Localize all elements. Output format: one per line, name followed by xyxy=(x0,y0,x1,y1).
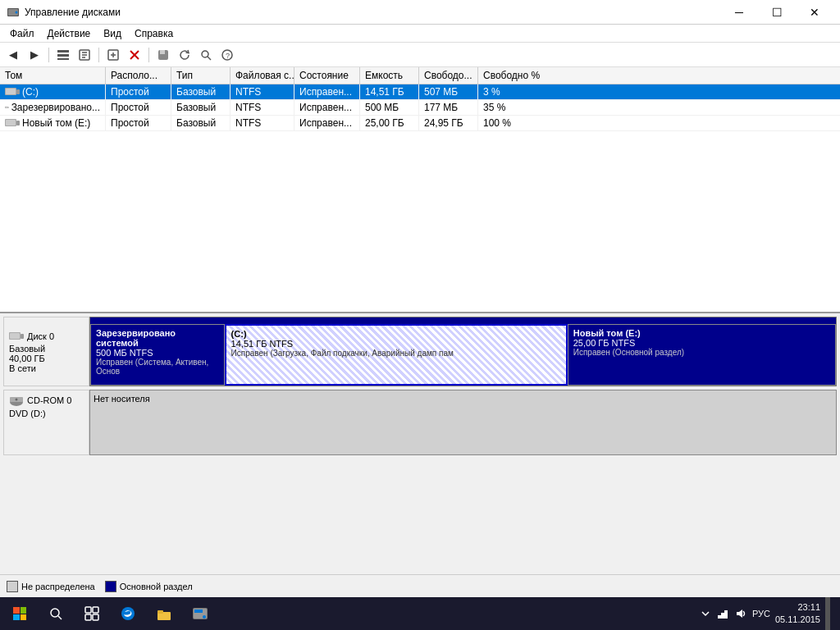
toolbar-btn-7[interactable] xyxy=(175,45,194,65)
diskmgmt-taskbar-icon xyxy=(192,605,208,622)
legend-main-box xyxy=(105,581,116,592)
svg-rect-53 xyxy=(825,597,830,630)
forward-button[interactable]: ▶ xyxy=(25,45,44,65)
svg-point-42 xyxy=(121,607,135,620)
partition-reserved[interactable]: Зарезервировано системой 500 МБ NTFS Исп… xyxy=(90,324,225,386)
table-row[interactable]: Новый том (E:) Простой Базовый NTFS Испр… xyxy=(0,116,840,131)
svg-rect-3 xyxy=(57,50,69,52)
explorer-button[interactable] xyxy=(148,597,180,630)
partition-e[interactable]: Новый том (E:) 25,00 ГБ NTFS Исправен (О… xyxy=(568,324,836,386)
svg-rect-23 xyxy=(16,89,20,94)
table-row[interactable]: Зарезервировано... Простой Базовый NTFS … xyxy=(0,100,840,116)
windows-logo xyxy=(13,607,26,620)
back-icon: ◀ xyxy=(9,48,17,61)
cell-raspo-0: Простой xyxy=(106,84,171,99)
clock-date: 05.11.2015 xyxy=(775,614,820,626)
toolbar-btn-4[interactable] xyxy=(75,45,94,65)
partition-c[interactable]: (C:) 14,51 ГБ NTFS Исправен (Загрузка, Ф… xyxy=(225,324,568,386)
toolbar-separator-3 xyxy=(148,48,149,62)
col-header-fs[interactable]: Файловая с... xyxy=(231,67,294,84)
col-header-raspo[interactable]: Располо... xyxy=(106,67,171,84)
cdrom-0-content[interactable]: Нет носителя xyxy=(89,390,837,455)
col-header-tom[interactable]: Том xyxy=(0,67,106,84)
svg-rect-5 xyxy=(57,58,69,60)
disk-0-partitions: Зарезервировано системой 500 МБ NTFS Исп… xyxy=(89,317,837,386)
search-taskbar-button[interactable] xyxy=(39,597,72,630)
minimize-button[interactable]: ─ xyxy=(720,0,758,25)
svg-rect-41 xyxy=(93,614,98,620)
cell-freep-2: 100 % xyxy=(478,116,840,130)
svg-point-17 xyxy=(202,51,208,57)
toolbar-btn-search[interactable] xyxy=(196,45,216,65)
cell-fs-1: NTFS xyxy=(231,100,294,115)
part-reserved-size: 500 МБ NTFS xyxy=(96,348,219,358)
table-row[interactable]: (C:) Простой Базовый NTFS Исправен... 14… xyxy=(0,84,840,100)
network-icon[interactable] xyxy=(716,607,729,620)
refresh-icon xyxy=(178,48,191,62)
toolbar-btn-5[interactable] xyxy=(103,45,123,65)
cell-free-2: 24,95 ГБ xyxy=(419,116,478,130)
cell-raspo-1: Простой xyxy=(106,100,171,115)
forward-icon: ▶ xyxy=(30,48,39,61)
taskbar: РУС 23:11 05.11.2015 xyxy=(0,597,840,630)
volume-icon[interactable] xyxy=(734,607,747,620)
toolbar-btn-6[interactable] xyxy=(153,45,173,65)
back-button[interactable]: ◀ xyxy=(3,45,23,65)
drive-reserved-icon xyxy=(5,102,9,113)
part-reserved-state: Исправен (Система, Активен, Основ xyxy=(96,358,219,376)
close-button[interactable]: ✕ xyxy=(796,0,833,25)
toolbar-btn-help[interactable]: ? xyxy=(217,45,237,65)
start-button[interactable] xyxy=(3,597,36,630)
task-view-button[interactable] xyxy=(75,597,108,630)
cell-emk-1: 500 МБ xyxy=(360,100,419,115)
cdrom-0-name: CD-ROM 0 xyxy=(27,395,71,405)
svg-rect-44 xyxy=(158,610,163,614)
menu-file[interactable]: Файл xyxy=(3,26,41,41)
svg-rect-22 xyxy=(6,89,16,94)
maximize-button[interactable]: ☐ xyxy=(758,0,796,25)
svg-rect-51 xyxy=(724,610,728,619)
disk-0-row: Диск 0 Базовый 40,00 ГБ В сети Зарезерви… xyxy=(3,317,837,386)
menu-action[interactable]: Действие xyxy=(41,26,98,41)
table-empty-area xyxy=(0,131,840,312)
menu-view[interactable]: Вид xyxy=(97,26,128,41)
col-header-freep[interactable]: Свободно % xyxy=(478,67,840,84)
show-desktop-icon[interactable] xyxy=(825,597,830,630)
cell-emk-0: 14,51 ГБ xyxy=(360,84,419,99)
chevron-icon[interactable] xyxy=(700,608,711,619)
language-indicator[interactable]: РУС xyxy=(752,609,770,619)
part-e-name: Новый том (E:) xyxy=(573,328,830,338)
cell-state-1: Исправен... xyxy=(294,100,360,115)
svg-rect-47 xyxy=(194,609,203,613)
taskbar-right: РУС 23:11 05.11.2015 xyxy=(700,597,837,630)
edge-button[interactable] xyxy=(112,597,144,630)
cell-freep-1: 35 % xyxy=(478,100,840,115)
window-title: Управление дисками xyxy=(25,7,121,18)
toolbar-btn-delete[interactable] xyxy=(125,45,144,65)
col-header-free[interactable]: Свободо... xyxy=(419,67,478,84)
clock: 23:11 05.11.2015 xyxy=(775,601,820,627)
legend-main: Основной раздел xyxy=(105,581,193,592)
diskmgmt-taskbar-button[interactable] xyxy=(184,597,217,630)
toolbar-separator-1 xyxy=(48,48,49,62)
svg-line-37 xyxy=(58,616,62,619)
disk-0-status: В сети xyxy=(9,363,84,373)
app-icon xyxy=(7,6,20,19)
search-taskbar-icon xyxy=(48,606,63,621)
col-header-tip[interactable]: Тип xyxy=(171,67,231,84)
part-e-size: 25,00 ГБ NTFS xyxy=(573,338,830,348)
drive-e-icon xyxy=(5,117,20,129)
svg-point-2 xyxy=(16,11,18,13)
toolbar-btn-3[interactable] xyxy=(53,45,73,65)
list-icon xyxy=(57,48,70,62)
col-header-emk[interactable]: Емкость xyxy=(360,67,419,84)
cell-state-2: Исправен... xyxy=(294,116,360,130)
menu-help[interactable]: Справка xyxy=(128,26,180,41)
legend-main-label: Основной раздел xyxy=(120,582,193,591)
col-header-state[interactable]: Состояние xyxy=(294,67,360,84)
svg-rect-31 xyxy=(10,333,20,339)
legend-unalloc-label: Не распределена xyxy=(21,582,95,591)
cell-raspo-2: Простой xyxy=(106,116,171,130)
toolbar: ◀ ▶ ? xyxy=(0,43,840,67)
cell-tip-0: Базовый xyxy=(171,84,231,99)
